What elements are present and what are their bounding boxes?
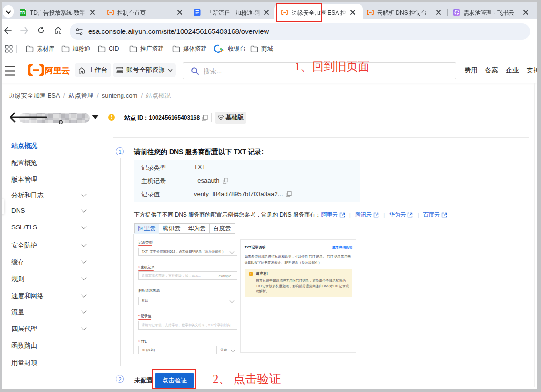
svg-text:TD: TD <box>20 10 25 15</box>
